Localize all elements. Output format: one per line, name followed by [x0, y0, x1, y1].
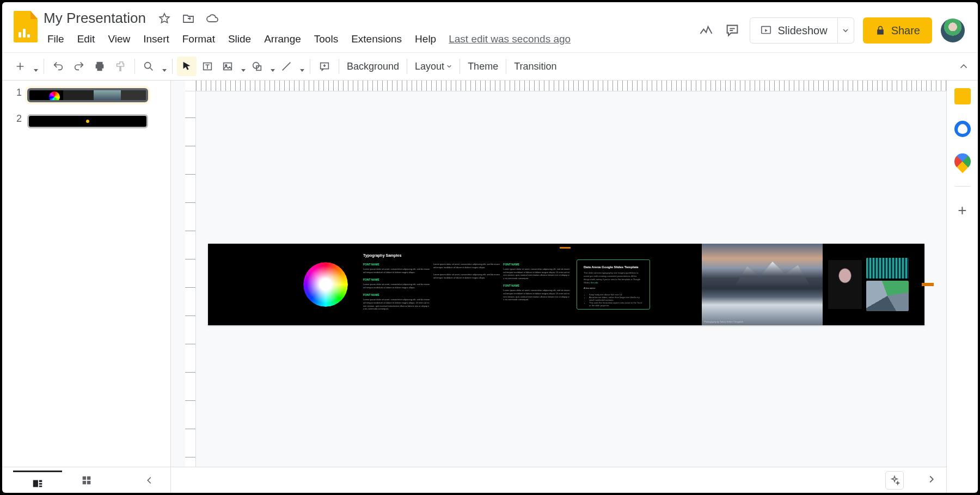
card-title: Data Arena Google Slides Template	[584, 265, 643, 269]
sample-text: Lorem ipsum dolor sit amet, consectetur …	[503, 268, 570, 280]
grid-view-tab[interactable]	[62, 474, 111, 486]
slideshow-button[interactable]: Slideshow	[750, 18, 837, 43]
info-card: Data Arena Google Slides Template This s…	[577, 259, 650, 310]
aerial-image	[866, 281, 909, 311]
font-label: FONT NAME	[503, 284, 570, 287]
divider	[955, 186, 970, 187]
account-avatar[interactable]	[941, 18, 965, 42]
svg-rect-15	[87, 480, 90, 484]
shape-tool[interactable]	[248, 57, 276, 76]
menu-slide[interactable]: Slide	[222, 31, 257, 47]
slideshow-label: Slideshow	[777, 24, 827, 37]
slide[interactable]: Typography Samples FONT NAME Lorem ipsum…	[208, 244, 924, 325]
slide-number: 1	[7, 86, 22, 98]
canvas-stage[interactable]: Typography Samples FONT NAME Lorem ipsum…	[196, 91, 946, 467]
slide-number: 2	[7, 112, 22, 125]
canvas[interactable]: Typography Samples FONT NAME Lorem ipsum…	[171, 81, 946, 493]
svg-rect-13	[87, 476, 90, 479]
slide-thumbnail-1[interactable]	[25, 86, 150, 104]
side-panel-toggle[interactable]	[926, 473, 938, 487]
keep-app-icon[interactable]	[954, 88, 971, 104]
card-bullet: Avoid dense slides; rather than longer t…	[589, 296, 643, 301]
filmstrip-view-tab[interactable]	[13, 471, 62, 490]
sample-text: Lorem ipsum dolor sit amet, consectetur …	[503, 289, 570, 301]
font-label: FONT NAME	[503, 263, 570, 266]
share-button[interactable]: Share	[863, 17, 932, 44]
comments-icon[interactable]	[724, 22, 741, 39]
sample-text: Lorem ipsum dolor sit amet, consectetur …	[433, 263, 500, 269]
menu-arrange[interactable]: Arrange	[258, 31, 307, 47]
theme-button[interactable]: Theme	[460, 58, 506, 76]
toolbar: Background Layout Theme Transition	[2, 52, 978, 81]
menu-insert[interactable]: Insert	[137, 31, 175, 47]
typography-heading: Typography Samples	[363, 253, 570, 257]
paint-format-button[interactable]	[111, 57, 130, 76]
ruler-corner	[185, 81, 196, 91]
mountain-image: Photography by Tobias Keller / Unsplash	[702, 244, 823, 325]
svg-point-5	[253, 63, 259, 69]
background-button[interactable]: Background	[339, 58, 407, 76]
redo-button[interactable]	[69, 57, 89, 76]
add-addon-button[interactable]: +	[958, 203, 966, 218]
accent-mark	[560, 247, 571, 249]
textbox-tool[interactable]	[198, 57, 217, 76]
menu-extensions[interactable]: Extensions	[345, 31, 408, 47]
svg-rect-11	[39, 485, 42, 487]
portrait-image	[828, 260, 862, 309]
comment-tool[interactable]	[315, 57, 334, 76]
cloud-status-icon[interactable]	[205, 11, 220, 26]
slide-thumbnail-2[interactable]	[25, 112, 150, 131]
explore-button[interactable]	[885, 471, 904, 490]
collapse-toolbar-button[interactable]	[954, 57, 973, 76]
zoom-button[interactable]	[139, 57, 168, 76]
move-folder-icon[interactable]	[181, 11, 196, 26]
svg-rect-8	[33, 480, 38, 487]
menu-format[interactable]: Format	[176, 31, 221, 47]
document-title[interactable]: My Presentation	[41, 9, 148, 28]
slide-filmstrip: 1 2	[2, 81, 171, 493]
card-link: the wiki	[591, 281, 598, 284]
activity-icon[interactable]	[697, 22, 715, 39]
svg-rect-14	[83, 480, 86, 484]
menu-tools[interactable]: Tools	[308, 31, 344, 47]
transition-button[interactable]: Transition	[506, 58, 564, 76]
font-label: FONT NAME	[363, 293, 430, 296]
color-wheel-graphic	[303, 262, 348, 307]
print-button[interactable]	[90, 57, 109, 76]
svg-rect-10	[39, 483, 42, 485]
card-bullet: This uses the horizontal aspect ratio na…	[589, 301, 643, 307]
menu-help[interactable]: Help	[409, 31, 442, 47]
horizontal-ruler[interactable]	[196, 81, 946, 91]
sample-text: Lorem ipsum dolor sit amet, consectetur …	[363, 298, 430, 310]
sample-text: Lorem ipsum dolor sit amet, consectetur …	[433, 273, 500, 279]
last-edit-status[interactable]: Last edit was seconds ago	[449, 33, 571, 45]
svg-rect-9	[39, 480, 42, 482]
font-label: FONT NAME	[363, 278, 430, 281]
sample-text: Lorem ipsum dolor sit amet, consectetur …	[363, 283, 430, 289]
share-label: Share	[891, 24, 920, 37]
maps-app-icon[interactable]	[951, 150, 973, 173]
layout-label: Layout	[415, 61, 444, 72]
svg-rect-3	[224, 63, 232, 70]
layout-button[interactable]: Layout	[407, 58, 460, 76]
star-icon[interactable]	[157, 11, 172, 26]
card-notes-title: A few notes:	[584, 287, 643, 290]
undo-button[interactable]	[48, 57, 68, 76]
menu-file[interactable]: File	[41, 31, 70, 47]
menu-view[interactable]: View	[102, 31, 136, 47]
line-tool[interactable]	[277, 57, 305, 76]
slideshow-options-button[interactable]	[837, 18, 854, 43]
image-caption: Photography by Tobias Keller / Unsplash	[704, 320, 743, 323]
image-tool[interactable]	[218, 57, 247, 76]
slides-logo[interactable]	[10, 7, 41, 42]
new-slide-button[interactable]	[11, 57, 39, 76]
font-label: FONT NAME	[363, 263, 430, 266]
menu-edit[interactable]: Edit	[71, 31, 101, 47]
vertical-ruler[interactable]	[185, 91, 196, 467]
contacts-app-icon[interactable]	[954, 121, 971, 137]
svg-point-1	[145, 63, 151, 69]
collapse-filmstrip-button[interactable]	[140, 471, 160, 490]
select-tool[interactable]	[177, 57, 197, 76]
accent-mark	[922, 283, 934, 286]
texture-image	[866, 258, 909, 279]
